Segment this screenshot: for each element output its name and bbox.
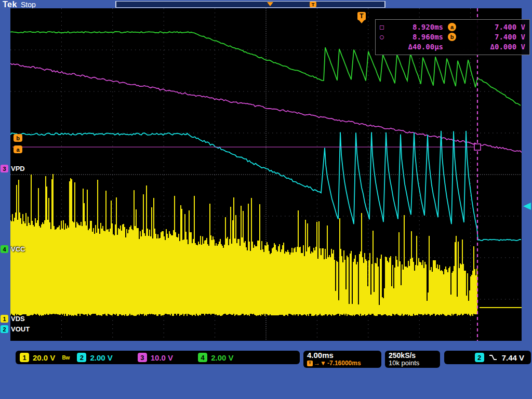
cursor-b-time: 8.960ms [391,33,443,41]
channel-3-marker: 3 [1,165,8,172]
record-position-bar: T [115,1,385,8]
timebase-readout: 4.00ms [307,351,378,360]
trace-label-ch3: 3 VPD [1,165,25,172]
trace-label-ch1: 1 VDS [1,315,25,323]
cursor-b-value: 7.400 V [461,33,525,41]
trace-name-vpd: VPD [11,165,25,172]
channel-4-marker: 4 [1,245,8,253]
channel-1-marker: 1 [1,315,8,323]
falling-edge-icon [489,354,497,361]
horizontal-settings-box: 4.00ms T →▼ -7.16000ms [303,351,381,368]
minibar-trigger-icon: T [310,2,316,7]
cursor-a-row: □ 8.920ms a 7.400 V [380,22,525,32]
ch1-badge: 1 [20,353,29,362]
cursor-readout: □ 8.920ms a 7.400 V ○ 8.960ms b 7.400 V … [375,19,530,55]
acquisition-status: Stop [21,1,36,9]
trace-name-vout: VOUT [11,325,30,333]
trigger-t-icon: T [307,361,313,366]
bandwidth-limit-icon: Bw [62,355,70,361]
cursor-a-value: 7.400 V [461,23,525,31]
cursor-circle-icon: ○ [380,33,391,41]
ch4-badge: 4 [198,353,207,362]
trace-label-ch4: 4 VCC [1,245,25,253]
expansion-point-icon [267,2,273,6]
ch2-badge: 2 [77,353,86,362]
delay-value: -7.16000ms [327,360,361,367]
cursor-a-level-badge: a [14,145,22,153]
trigger-source-badge: 2 [475,353,484,362]
ch2-scale: 2.00 V [90,353,112,362]
delay-arrows-icon: →▼ [314,360,326,367]
cursor-b-ref-badge: b [448,33,456,41]
channel-scales-box: 1 20.0 V Bw 2 2.00 V 3 10.0 V 4 2.00 V [16,351,300,364]
cursor-a-time: 8.920ms [391,23,443,31]
trigger-level: 7.44 V [502,353,524,362]
ch4-scale: 2.00 V [211,353,233,362]
cursor-b-row: ○ 8.960ms b 7.400 V [380,32,525,42]
trace-name-vds: VDS [11,315,25,323]
record-length: 10k points [389,360,436,367]
oscilloscope-screen: Tek Stop T T □ 8.920ms a 7.400 V ○ 8.960… [0,0,532,399]
cursor-a-ref-badge: a [448,23,456,31]
ch1-scale: 20.0 V [33,353,55,362]
trace-label-ch2: 2 VOUT [1,325,30,333]
graticule [10,8,522,341]
trigger-delay-readout: T →▼ -7.16000ms [307,360,378,367]
ch3-scale: 10.0 V [151,353,173,362]
trigger-settings-box: 2 7.44 V [444,351,531,364]
acquisition-box: 250kS/s 10k points [385,351,440,368]
cursor-delta-row: Δ40.00μs Δ0.000 V [380,42,525,51]
cursor-b-level-badge: b [14,134,22,142]
cursor-delta-value: Δ0.000 V [461,43,525,51]
trace-name-vcc: VCC [11,245,25,253]
cursor-delta-time: Δ40.00μs [391,43,443,51]
channel-2-marker: 2 [1,325,8,333]
ch3-badge: 3 [138,353,147,362]
cursor-square-icon: □ [380,23,391,31]
sample-rate: 250kS/s [389,351,436,360]
trigger-position-flag: T [357,12,366,20]
